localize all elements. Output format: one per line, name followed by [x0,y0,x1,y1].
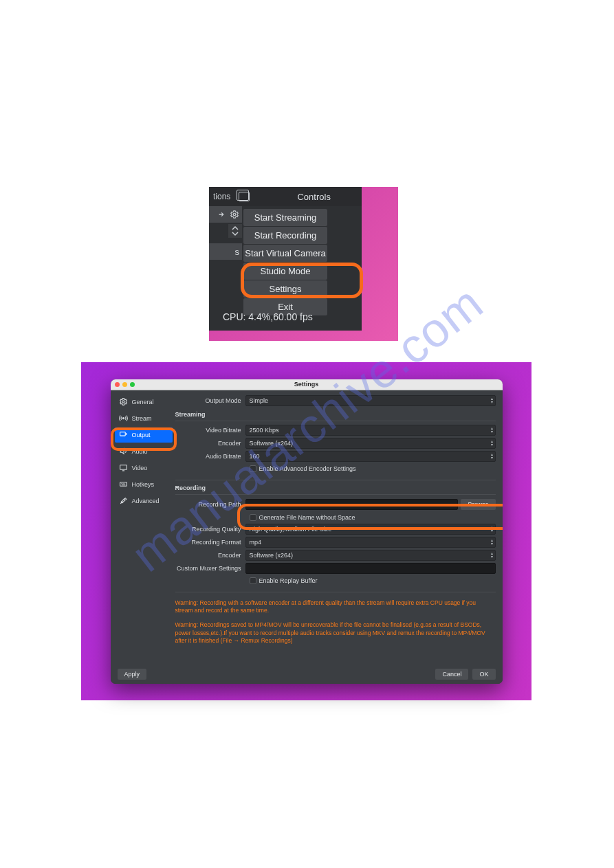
sidebar-item-label: Stream [132,415,152,422]
output-mode-select[interactable]: Simple▴▾ [245,395,496,406]
cell-s: s [209,243,242,260]
chevron-updown-icon: ▴▾ [491,397,493,404]
replay-buffer-checkbox-row[interactable]: Enable Replay Buffer [250,575,496,586]
checkbox-icon[interactable] [250,514,256,521]
divider [175,480,496,480]
chevron-updown-icon: ▴▾ [491,552,493,559]
sidebar-item-video[interactable]: Video [115,460,173,476]
output-icon [119,430,129,440]
gen-filename-checkbox-row[interactable]: Generate File Name without Space [250,512,496,523]
replay-buffer-label: Enable Replay Buffer [259,577,318,584]
obs-controls-dock: tions Controls s Start Streaming Start R… [209,187,362,331]
sidebar-item-label: General [132,399,154,405]
recording-quality-label: Recording Quality [175,526,245,533]
browse-button[interactable]: Browse [461,499,495,510]
controls-header: Controls [297,192,330,202]
chevron-down-icon [232,231,239,236]
cell-gear[interactable] [209,206,242,223]
adv-encoder-checkbox-row[interactable]: Enable Advanced Encoder Settings [250,463,496,474]
status-bar: CPU: 4.4%,60.00 fps [223,311,313,322]
dialog-footer: Apply Cancel OK [111,665,503,684]
sidebar-item-label: Audio [132,448,148,455]
chevron-updown-icon: ▴▾ [491,440,493,447]
video-bitrate-input[interactable]: 2500 Kbps▴▾ [245,425,496,436]
recording-path-label: Recording Path [175,501,245,508]
arrow-icon [217,210,227,219]
sidebar-item-label: Advanced [132,498,160,504]
sidebar-item-advanced[interactable]: Advanced [115,493,173,509]
recording-header: Recording [175,485,496,491]
audio-bitrate-label: Audio Bitrate [175,453,245,460]
screenshot-controls-panel: tions Controls s Start Streaming Start R… [209,187,398,341]
tools-icon [119,496,129,506]
video-icon [119,463,129,473]
gear-icon [230,210,239,219]
start-recording-button[interactable]: Start Recording [243,227,327,244]
checkbox-icon[interactable] [250,465,256,472]
svg-rect-4 [120,465,127,470]
muxer-settings-label: Custom Muxer Settings [175,565,245,572]
keyboard-icon [119,480,129,489]
sidebar-item-output[interactable]: Output [115,427,173,443]
screenshot-settings-window: Settings General Stream Output Audio [81,362,531,700]
warning-text-2: Warning: Recordings saved to MP4/MOV wil… [175,621,496,645]
minimize-icon[interactable] [122,382,127,387]
sidebar-item-audio[interactable]: Audio [115,444,173,459]
muxer-settings-input[interactable] [245,563,496,574]
svg-rect-3 [120,432,126,436]
start-virtual-camera-button[interactable]: Start Virtual Camera [243,245,327,262]
recording-format-select[interactable]: mp4▴▾ [245,537,496,548]
chevron-updown-icon: ▴▾ [491,453,493,460]
broadcast-icon [119,414,129,423]
cancel-button[interactable]: Cancel [435,669,468,680]
ok-button[interactable]: OK [472,669,495,680]
audio-bitrate-select[interactable]: 160▴▾ [245,451,496,462]
encoder-label: Encoder [175,440,245,447]
divider [175,592,496,592]
divider [175,494,496,495]
duplicate-icon [239,192,250,201]
output-mode-label: Output Mode [175,397,245,404]
start-streaming-button[interactable]: Start Streaming [243,209,327,226]
close-icon[interactable] [115,382,120,387]
svg-rect-5 [120,482,127,486]
sidebar-item-label: Video [132,465,148,471]
recording-path-input[interactable] [245,499,459,510]
up-down-stepper[interactable] [228,224,242,238]
video-bitrate-label: Video Bitrate [175,427,245,434]
recording-encoder-select[interactable]: Software (x264)▴▾ [245,550,496,561]
sidebar-item-label: Output [132,432,151,438]
chevron-updown-icon: ▴▾ [491,526,493,533]
recording-encoder-label: Encoder [175,552,245,559]
adv-encoder-label: Enable Advanced Encoder Settings [259,465,356,472]
window-title: Settings [294,381,319,388]
recording-format-label: Recording Format [175,539,245,546]
settings-content: Output Mode Simple▴▾ Streaming Video Bit… [173,390,503,665]
left-mini-controls: s [209,206,242,260]
chevron-up-icon [232,225,239,231]
studio-mode-button[interactable]: Studio Mode [243,263,327,280]
gear-icon [119,397,129,407]
traffic-lights[interactable] [115,382,135,387]
settings-window: Settings General Stream Output Audio [111,379,503,684]
divider [175,421,496,421]
streaming-encoder-select[interactable]: Software (x264)▴▾ [245,438,496,449]
streaming-header: Streaming [175,411,496,418]
recording-quality-select[interactable]: High Quality,Medium File Size▴▾ [245,524,496,535]
window-titlebar: Settings [111,379,503,390]
svg-point-2 [122,417,124,419]
titlebar-fragment: tions [213,192,237,201]
chevron-updown-icon: ▴▾ [491,539,493,546]
sidebar-item-hotkeys[interactable]: Hotkeys [115,477,173,492]
maximize-icon[interactable] [130,382,135,387]
apply-button[interactable]: Apply [118,669,147,680]
settings-button[interactable]: Settings [243,280,327,298]
checkbox-icon[interactable] [250,577,256,584]
sidebar-item-stream[interactable]: Stream [115,411,173,426]
svg-point-0 [233,213,236,216]
warning-text-1: Warning: Recording with a software encod… [175,599,496,615]
audio-icon [119,447,129,456]
chevron-updown-icon: ▴▾ [491,427,493,434]
sidebar-item-general[interactable]: General [115,394,173,410]
sidebar-item-label: Hotkeys [132,481,155,488]
